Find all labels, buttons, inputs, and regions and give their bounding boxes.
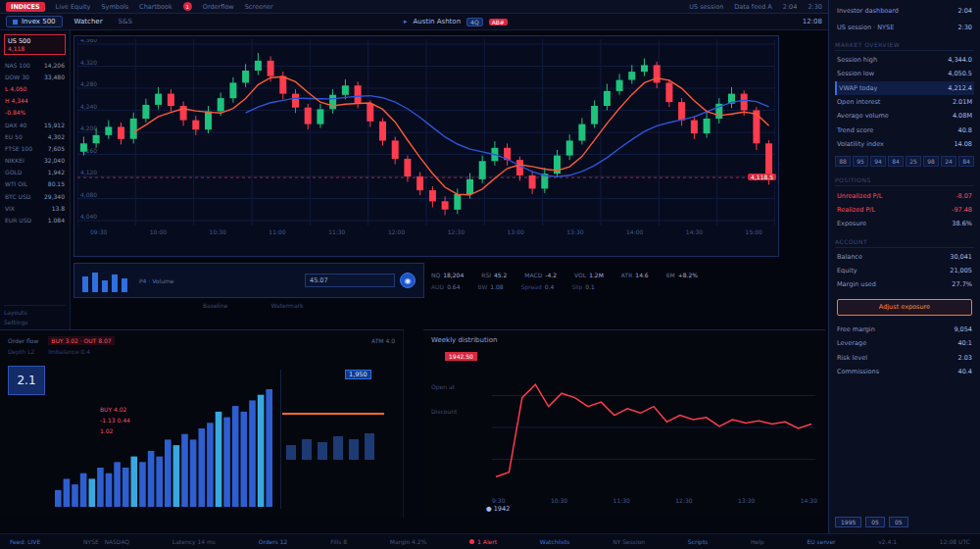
search-input[interactable] [305, 274, 395, 287]
panel-row[interactable]: Average volume4.08M [835, 109, 974, 123]
statusbar-item[interactable]: Feed: LIVE [10, 538, 40, 545]
panel-row[interactable]: Margin used27.7% [835, 277, 974, 291]
statusbar-item[interactable]: Help [751, 538, 764, 545]
watchlist-item[interactable]: EUR USD1.084 [4, 214, 66, 225]
statusbar-item[interactable]: 1 Alert [469, 538, 497, 545]
watchlist-item[interactable]: NAS 10014,206 [4, 59, 66, 71]
panel-row[interactable]: Volatility index14.08 [835, 137, 974, 151]
symbol-selector[interactable]: Invex 500 [6, 16, 63, 27]
right-panel-footer: 19950505 [835, 517, 974, 529]
panel-row[interactable]: Session low4,050.5 [835, 67, 974, 80]
aux-bars-chart [286, 426, 384, 460]
topbar-item[interactable]: US session [689, 3, 723, 11]
footer-chip[interactable]: 05 [865, 517, 885, 527]
panel-row[interactable]: Unrealized P/L-8.07 [835, 188, 974, 202]
panel-row[interactable]: Free margin9,054 [835, 323, 974, 336]
topbar-item[interactable]: Orderflow [203, 3, 234, 11]
watchlist-item[interactable]: BTC USD29,340 [4, 190, 66, 202]
watchlist-item[interactable]: NIKKEI32,040 [4, 155, 66, 167]
watchlist-items: NAS 10014,206DOW 3033,480L 4,050H 4,344-… [4, 59, 66, 226]
watchlist-item[interactable]: FTSE 1007,605 [4, 142, 66, 154]
topbar-item[interactable]: INDICES [6, 2, 45, 12]
profile-button[interactable]: ◉ [400, 273, 416, 288]
statusbar-item[interactable]: NY Session [612, 538, 645, 545]
statusbar-item[interactable]: Orders 12 [259, 538, 288, 545]
panel-row[interactable]: Commissions40.4 [835, 365, 974, 378]
position-size-box[interactable]: 2.1 [8, 366, 45, 395]
statusbar-item[interactable]: EU server [808, 538, 836, 545]
play-icon: ▸ [404, 18, 408, 25]
footer-chip[interactable]: 1995 [835, 517, 861, 527]
symbol-label: Invex 500 [22, 18, 56, 25]
panel-row[interactable]: Trend score40.8 [835, 124, 974, 137]
x-axis-label: 11:00 [269, 228, 285, 235]
strip-cell: 84 [958, 156, 974, 167]
watchlist-item[interactable]: DOW 3033,480 [4, 71, 66, 82]
watchlist-item[interactable]: WTI OIL80.15 [4, 178, 66, 190]
watchlist-sidebar: US 500 4,118 NAS 10014,206DOW 3033,480L … [0, 30, 71, 329]
x-axis-label: 12:00 [388, 228, 405, 235]
status-bar: Feed: LIVENYSE · NASDAQLatency 14 msOrde… [0, 533, 980, 549]
statusbar-item[interactable]: NYSE · NASDAQ [83, 538, 129, 545]
svg-text:4,360: 4,360 [80, 39, 97, 43]
topbar-item[interactable]: Data feed A [734, 3, 772, 11]
topbar-item[interactable]: 2:30 [808, 3, 822, 11]
watchlist-item[interactable]: VIX13.8 [4, 202, 66, 214]
tab-watcher[interactable]: Watcher [71, 18, 107, 25]
symbol-price: 4,118 [8, 45, 62, 52]
watchlist-item[interactable]: L 4,050 [4, 82, 66, 94]
candlestick-chart[interactable]: 4,3604,3204,2804,2404,2004,1604,1204,080… [77, 39, 775, 225]
topbar-item[interactable]: Screener [245, 3, 273, 11]
panel-row[interactable]: Leverage40:1 [835, 336, 974, 350]
statusbar-item[interactable]: Watchlists [540, 538, 570, 545]
topbar-item[interactable]: 2:04 [783, 3, 798, 11]
panel-row[interactable]: Equity21,005 [835, 264, 974, 277]
svg-text:4,080: 4,080 [80, 191, 97, 198]
statusbar-item[interactable]: Latency 14 ms [172, 538, 216, 545]
watchlist-footer-item[interactable]: Settings [4, 319, 66, 325]
top-menu-bar: INDICESLive EquitySymbolsChartbook1Order… [0, 0, 828, 14]
watchlist-selected[interactable]: US 500 4,118 [4, 34, 66, 55]
mini-volume-chart [82, 269, 131, 292]
account-group: ▸ Austin Ashton 4Q AB# [404, 18, 508, 26]
statusbar-item[interactable]: v2.4.1 [878, 538, 897, 545]
x-axis-label: 14:30 [686, 228, 703, 235]
statusbar-item[interactable]: Margin 4.2% [390, 538, 427, 545]
watchlist-footer-item[interactable]: Layouts [4, 309, 66, 316]
position-rows: Unrealized P/L-8.07Realized P/L-97.48Exp… [835, 188, 974, 230]
watchlist-item[interactable]: -0.84% [4, 107, 66, 119]
topbar-item[interactable]: Chartbook [139, 3, 172, 11]
session-value: 2:30 [957, 24, 972, 31]
watchlist-item[interactable]: GOLD1,942 [4, 167, 66, 178]
volume-subpanel: P4 · Volume ◉ [74, 263, 424, 298]
statusbar-item[interactable]: Scripts [688, 538, 709, 545]
panel-row[interactable]: Realized P/L-97.48 [835, 203, 974, 217]
topbar-item[interactable]: Live Equity [56, 3, 91, 11]
panel-row[interactable]: Risk level2.03 [835, 350, 974, 364]
footer-chip[interactable]: 05 [889, 517, 908, 527]
account-rows: Balance30,041Equity21,005Margin used27.7… [835, 250, 974, 292]
x-axis-label: 13:30 [738, 497, 755, 504]
panel-row[interactable]: Balance30,041 [835, 250, 974, 264]
statusbar-item[interactable]: Fills 8 [330, 538, 347, 545]
alert-badge[interactable]: AB# [489, 19, 508, 25]
panel-row[interactable]: Open interest2.01M [835, 95, 974, 109]
price-badge: 1942.50 [445, 352, 477, 361]
panel-row[interactable]: VWAP today4,212.4 [835, 81, 974, 95]
last-price-tag: 4,118.5 [748, 174, 776, 180]
watchlist-item[interactable]: EU 504,302 [4, 130, 66, 142]
subpanel-label: P4 · Volume [139, 277, 173, 284]
account-name[interactable]: Austin Ashton [414, 18, 462, 25]
watchlist-item[interactable]: H 4,344 [4, 95, 66, 107]
adjust-exposure-button[interactable]: Adjust exposure [837, 299, 972, 316]
topbar-item[interactable]: Symbols [101, 3, 128, 11]
orderflow-title: Order flow [8, 337, 38, 344]
watchlist-item[interactable]: DAX 4015,912 [4, 119, 66, 130]
panel-row[interactable]: Exposure38.6% [835, 217, 974, 230]
panel-row[interactable]: Session high4,344.0 [835, 53, 974, 67]
statusbar-item[interactable]: 12:08 UTC [940, 538, 970, 545]
tab-ss[interactable]: S&S [115, 18, 136, 25]
notification-dot[interactable]: 1 [183, 2, 192, 11]
indicator-row-primary: NQ18,204RSI45.2MACD-4.2VOL1.2MATR14.66M+… [431, 272, 780, 278]
x-axis-label: 11:30 [328, 228, 345, 235]
